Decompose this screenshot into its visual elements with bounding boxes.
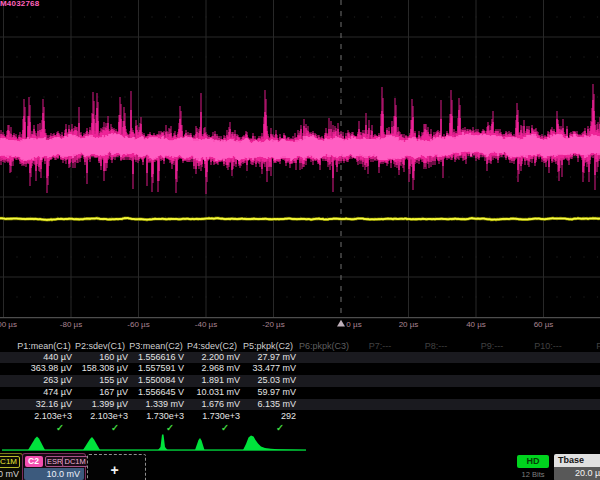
time-axis-label: 40 µs (446, 320, 506, 329)
histicon-1 (28, 437, 45, 451)
channel-c2-descriptor-box[interactable]: C2 ESR DC1M 10.0 mV (22, 453, 86, 480)
measure-row-value: 440 µV160 µV1.556616 V2.200 mV27.97 mV (0, 352, 600, 364)
waveform-graticule (0, 0, 600, 334)
timebase-title: Tbase (554, 454, 600, 468)
measure-row-min: 263 µV155 µV1.550084 V1.891 mV25.03 mV (0, 375, 600, 387)
measure-row-mean: 363.98 µV158.308 µV1.557591 V2.968 mV33.… (0, 363, 600, 375)
channel-c1-descriptor-box[interactable]: DC1M 10.0 mV (0, 453, 23, 480)
measure-value: 27.97 mV (226, 352, 296, 364)
histicon-5 (243, 436, 304, 451)
histicon-3 (158, 435, 168, 451)
time-axis-label: -40 µs (176, 320, 236, 329)
measure-row-max: 474 µV167 µV1.556645 V10.031 mV59.97 mV (0, 387, 600, 399)
time-axis-label: -60 µs (109, 320, 169, 329)
measure-value: 33.477 mV (226, 363, 296, 375)
measure-table: P1:mean(C1)P2:sdev(C1)P3:mean(C2)P4:sdev… (0, 338, 600, 434)
c2-coupling-badge: DC1M (62, 456, 88, 468)
histicon-2 (83, 437, 100, 450)
hd-mode-badge[interactable]: HD (517, 455, 549, 468)
time-axis-label: -80 µs (41, 320, 101, 329)
hd-bits-label: 12 Bits (513, 470, 553, 479)
c2-channel-badge: C2 (25, 456, 43, 468)
timebase-descriptor-box[interactable]: Tbase 20.0 µs/div (554, 454, 600, 480)
time-axis-label: 20 µs (379, 320, 439, 329)
add-trace-button[interactable]: + (87, 454, 146, 480)
measure-value: 25.03 mV (226, 375, 296, 387)
time-axis-label: -100 µs (0, 320, 34, 329)
oscilloscope-screen: M4032768 -100 µs -80 µs -60 µs -40 µs -2… (0, 0, 600, 480)
measure-row-sdev: 32.16 µV1.399 µV1.339 mV1.676 mV6.135 mV (0, 399, 600, 411)
histicon-4 (195, 438, 205, 450)
c1-vertical-scale: 10.0 mV (0, 469, 19, 479)
plus-icon: + (88, 462, 141, 478)
measure-row-num: 2.103e+32.103e+31.730e+31.730e+3292 (0, 411, 600, 423)
footer-bar: DC1M 10.0 mV C2 ESR DC1M 10.0 mV + HD 12… (0, 452, 600, 480)
time-axis-label: 0 µs (324, 320, 384, 329)
time-axis-label: -20 µs (244, 320, 304, 329)
measure-value: 292 (226, 411, 296, 423)
time-axis-label: 60 µs (514, 320, 574, 329)
c1-coupling-badge: DC1M (0, 456, 20, 468)
trace-c1[interactable] (0, 218, 600, 220)
trace-annotation-label: M4032768 (0, 0, 39, 8)
timebase-scale-value: 20.0 µs/div (554, 467, 600, 480)
measure-value: 6.135 mV (226, 399, 296, 411)
measure-value: 59.97 mV (226, 387, 296, 399)
measure-header-row: P1:mean(C1)P2:sdev(C1)P3:mean(C2)P4:sdev… (0, 340, 600, 352)
c2-vertical-scale: 10.0 mV (24, 468, 84, 480)
